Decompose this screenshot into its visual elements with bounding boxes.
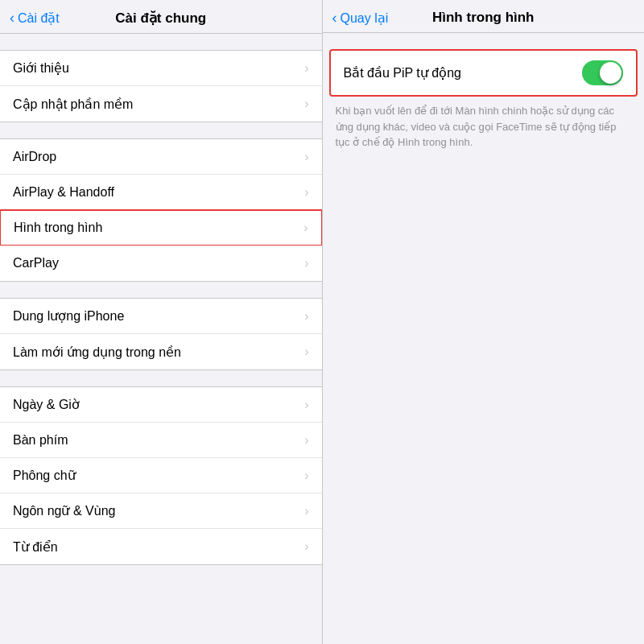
row-cap-nhat[interactable]: Cập nhật phần mềm › <box>0 86 322 122</box>
row-dung-luong[interactable]: Dung lượng iPhone › <box>0 299 322 334</box>
row-tu-dien[interactable]: Từ điển › <box>0 529 322 564</box>
row-label-hinh-trong-hinh: Hình trong hình <box>14 221 102 235</box>
row-lam-moi[interactable]: Làm mới ứng dụng trong nền › <box>0 334 322 369</box>
chevron-phong-chu: › <box>304 469 308 483</box>
right-detail-content: Bắt đầu PiP tự động Khi bạn vuốt lên để … <box>323 49 645 644</box>
pip-description: Khi bạn vuốt lên để đi tới Màn hình chín… <box>323 97 645 163</box>
row-right-airplay: › <box>304 185 308 200</box>
chevron-tu-dien: › <box>304 539 308 554</box>
right-panel: ‹ Quay lại Hình trong hình Bắt đầu PiP t… <box>323 0 645 644</box>
chevron-airdrop: › <box>304 150 308 164</box>
row-ban-phim[interactable]: Bàn phím › <box>0 423 322 458</box>
chevron-ban-phim: › <box>304 433 308 448</box>
row-carplay[interactable]: CarPlay › <box>0 246 322 281</box>
section-3: Dung lượng iPhone › Làm mới ứng dụng tro… <box>0 298 322 370</box>
pip-section: Bắt đầu PiP tự động Khi bạn vuốt lên để … <box>323 49 645 163</box>
toggle-knob <box>600 62 621 84</box>
row-label-ban-phim: Bàn phím <box>13 433 68 448</box>
row-label-phong-chu: Phông chữ <box>13 468 76 483</box>
row-right-lam-moi: › <box>304 345 308 359</box>
row-airplay[interactable]: AirPlay & Handoff › <box>0 175 322 210</box>
row-right-dung-luong: › <box>304 309 308 324</box>
chevron-cap-nhat: › <box>304 97 308 111</box>
back-button-right[interactable]: ‹ Quay lại <box>332 10 389 27</box>
chevron-gioi-thieu: › <box>304 61 308 76</box>
row-phong-chu[interactable]: Phông chữ › <box>0 458 322 493</box>
row-hinh-trong-hinh[interactable]: Hình trong hình › <box>0 209 322 246</box>
row-right-hinh-trong-hinh: › <box>303 221 308 235</box>
row-label-airplay: AirPlay & Handoff <box>13 185 114 200</box>
row-right-airdrop: › <box>304 150 308 164</box>
pip-toggle-switch[interactable] <box>582 60 623 85</box>
back-chevron-left: ‹ <box>10 10 14 27</box>
row-right-ngon-ngu: › <box>304 504 308 518</box>
left-header-title: Cài đặt chung <box>115 10 206 27</box>
row-label-carplay: CarPlay <box>13 256 59 270</box>
row-right-cap-nhat: › <box>304 97 308 111</box>
group-2: AirDrop › AirPlay & Handoff › Hình trong… <box>0 138 322 282</box>
row-label-cap-nhat: Cập nhật phần mềm <box>13 97 133 112</box>
chevron-airplay: › <box>304 185 308 200</box>
row-right-tu-dien: › <box>304 539 308 554</box>
chevron-hinh-trong-hinh: › <box>303 221 308 235</box>
back-button-left[interactable]: ‹ Cài đặt <box>10 10 60 27</box>
row-airdrop[interactable]: AirDrop › <box>0 139 322 175</box>
row-label-ngay-gio: Ngày & Giờ <box>13 397 80 412</box>
left-panel: ‹ Cài đặt Cài đặt chung Giới thiệu › Cập… <box>0 0 322 644</box>
row-ngay-gio[interactable]: Ngày & Giờ › <box>0 387 322 423</box>
left-header: ‹ Cài đặt Cài đặt chung <box>0 0 322 34</box>
group-3: Dung lượng iPhone › Làm mới ứng dụng tro… <box>0 298 322 370</box>
section-4: Ngày & Giờ › Bàn phím › Phông chữ › <box>0 386 322 565</box>
right-header: ‹ Quay lại Hình trong hình <box>323 0 645 33</box>
back-label-right: Quay lại <box>341 10 389 26</box>
left-settings-content: Giới thiệu › Cập nhật phần mềm › AirDrop <box>0 34 322 638</box>
chevron-dung-luong: › <box>304 309 308 324</box>
row-right-ban-phim: › <box>304 433 308 448</box>
section-2: AirDrop › AirPlay & Handoff › Hình trong… <box>0 138 322 282</box>
section-1: Giới thiệu › Cập nhật phần mềm › <box>0 50 322 122</box>
row-right-carplay: › <box>304 256 308 270</box>
row-right-ngay-gio: › <box>304 398 308 412</box>
row-gioi-thieu[interactable]: Giới thiệu › <box>0 51 322 86</box>
chevron-ngon-ngu: › <box>304 504 308 518</box>
row-right-phong-chu: › <box>304 469 308 483</box>
pip-toggle-row[interactable]: Bắt đầu PiP tự động <box>329 49 638 97</box>
row-label-dung-luong: Dung lượng iPhone <box>13 308 124 324</box>
right-header-title: Hình trong hình <box>432 10 535 26</box>
back-label-left: Cài đặt <box>18 10 60 26</box>
chevron-carplay: › <box>304 256 308 270</box>
row-label-ngon-ngu: Ngôn ngữ & Vùng <box>13 503 115 518</box>
row-label-lam-moi: Làm mới ứng dụng trong nền <box>13 345 181 360</box>
row-label-airdrop: AirDrop <box>13 150 56 164</box>
pip-toggle-label: Bắt đầu PiP tự động <box>344 65 583 80</box>
group-1: Giới thiệu › Cập nhật phần mềm › <box>0 50 322 122</box>
back-chevron-right: ‹ <box>332 10 337 27</box>
row-label-gioi-thieu: Giới thiệu <box>13 60 69 76</box>
row-ngon-ngu[interactable]: Ngôn ngữ & Vùng › <box>0 493 322 529</box>
row-right-gioi-thieu: › <box>304 61 308 76</box>
chevron-lam-moi: › <box>304 345 308 359</box>
group-4: Ngày & Giờ › Bàn phím › Phông chữ › <box>0 386 322 565</box>
row-label-tu-dien: Từ điển <box>13 539 58 555</box>
chevron-ngay-gio: › <box>304 398 308 412</box>
